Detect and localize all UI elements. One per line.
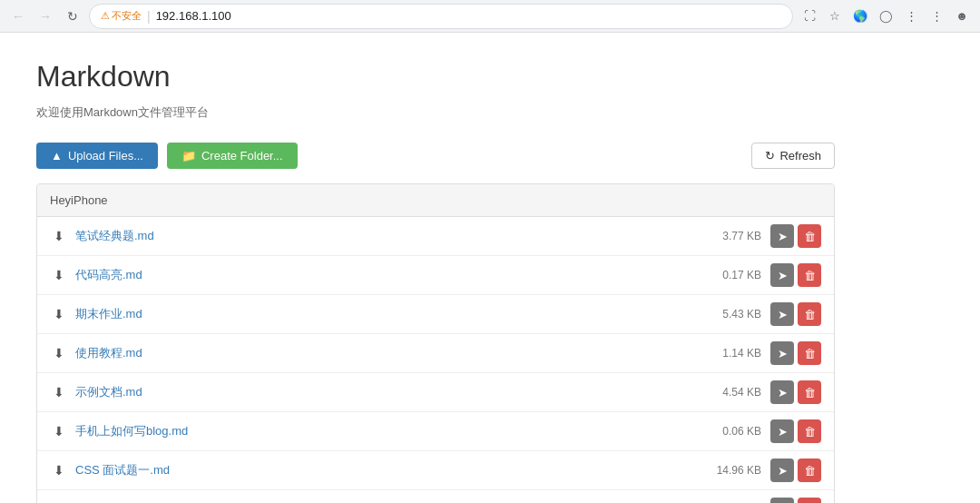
file-actions: ➤ 🗑 [770,459,821,482]
file-actions: ➤ 🗑 [770,380,821,404]
forward-button[interactable]: → [34,5,56,27]
reload-button[interactable]: ↻ [62,5,83,27]
folder-icon: 📁 [181,149,196,163]
delete-button[interactable]: 🗑 [798,498,821,503]
file-name[interactable]: 使用教程.md [75,345,689,361]
file-row: ⬇ 笔试经典题.md 3.77 KB ➤ 🗑 [37,217,834,256]
back-button[interactable]: ← [7,5,29,27]
download-icon: ⬇ [50,227,68,245]
move-button[interactable]: ➤ [770,380,794,404]
delete-button[interactable]: 🗑 [798,302,821,326]
page-content: Markdown 欢迎使用Markdown文件管理平台 ▲ Upload Fil… [0,33,871,503]
move-button[interactable]: ➤ [770,224,794,248]
star-button[interactable]: ☆ [824,5,846,27]
move-button[interactable]: ➤ [770,302,794,326]
file-name[interactable]: CSS 面试题一.md [75,462,689,478]
file-name[interactable]: 笔试经典题.md [75,228,689,244]
delete-button[interactable]: 🗑 [798,419,821,443]
file-size: 4.54 KB [689,386,761,399]
delete-button[interactable]: 🗑 [798,224,821,248]
share-button[interactable]: ⋮ [900,5,922,27]
toolbar-left: ▲ Upload Files... 📁 Create Folder... [36,143,298,169]
page-title: Markdown [36,60,835,94]
file-size: 5.43 KB [689,308,761,321]
file-actions: ➤ 🗑 [770,302,821,326]
file-actions: ➤ 🗑 [770,419,821,443]
menu-button[interactable]: ⋮ [926,5,947,27]
delete-button[interactable]: 🗑 [798,341,821,365]
file-size: 14.96 KB [689,464,761,477]
upload-files-button[interactable]: ▲ Upload Files... [36,143,158,169]
file-row: ⬇ CSS 面试题一.md 14.96 KB ➤ 🗑 [37,451,834,490]
move-button[interactable]: ➤ [770,263,794,287]
file-row: ⬇ 代码高亮.md 0.17 KB ➤ 🗑 [37,256,834,295]
security-warning: ⚠ 不安全 [101,9,142,23]
file-size: 3.77 KB [689,230,761,242]
toolbar: ▲ Upload Files... 📁 Create Folder... ↻ R… [36,143,835,169]
file-row: ⬇ 使用教程.md 1.14 KB ➤ 🗑 [37,334,834,373]
download-icon: ⬇ [50,383,68,401]
download-icon: ⬇ [50,422,68,440]
download-icon: ⬇ [50,461,68,479]
refresh-icon: ↻ [765,149,775,163]
warning-icon: ⚠ [101,10,110,22]
delete-button[interactable]: 🗑 [798,459,821,482]
move-button[interactable]: ➤ [770,498,794,503]
browser-actions: ⛶ ☆ 🌎 ◯ ⋮ ⋮ ☻ [799,5,973,27]
upload-icon: ▲ [51,149,63,163]
download-icon: ⬇ [50,266,68,284]
chrome-button[interactable]: ◯ [875,5,897,27]
file-row: ⬇ 手机上如何写blog.md 0.06 KB ➤ 🗑 [37,412,834,451]
address-bar[interactable]: ⚠ 不安全 | 192.168.1.100 [89,4,793,29]
delete-button[interactable]: 🗑 [798,263,821,287]
download-icon: ⬇ [50,305,68,323]
refresh-button[interactable]: ↻ Refresh [751,143,835,169]
screenshot-button[interactable]: ⛶ [799,5,820,27]
file-name[interactable]: 手机上如何写blog.md [75,423,689,439]
create-folder-button[interactable]: 📁 Create Folder... [167,143,298,169]
file-list: HeyiPhone ⬇ 笔试经典题.md 3.77 KB ➤ 🗑 ⬇ 代码高亮.… [36,183,835,503]
file-actions: ➤ 🗑 [770,224,821,248]
download-icon: ⬇ [50,344,68,362]
url-text: 192.168.1.100 [156,9,231,23]
move-button[interactable]: ➤ [770,341,794,365]
profile-button[interactable]: ☻ [951,5,973,27]
file-actions: ➤ 🗑 [770,498,821,503]
browser-chrome: ← → ↻ ⚠ 不安全 | 192.168.1.100 ⛶ ☆ 🌎 ◯ ⋮ ⋮ … [0,0,980,33]
file-row: ⬇ 期末作业.md 5.43 KB ➤ 🗑 [37,295,834,334]
file-size: 0.06 KB [689,425,761,438]
file-name[interactable]: 示例文档.md [75,384,689,400]
file-row: ⬇ download.md 0.72 KB ➤ 🗑 [37,490,834,503]
delete-button[interactable]: 🗑 [798,380,821,404]
folder-header: HeyiPhone [37,184,834,217]
file-name[interactable]: 期末作业.md [75,306,689,322]
file-size: 0.17 KB [689,269,761,281]
extensions-button[interactable]: 🌎 [849,5,871,27]
file-row: ⬇ 示例文档.md 4.54 KB ➤ 🗑 [37,373,834,412]
move-button[interactable]: ➤ [770,419,794,443]
file-actions: ➤ 🗑 [770,263,821,287]
security-label: 不安全 [112,9,142,23]
separator: | [147,9,151,24]
move-button[interactable]: ➤ [770,459,794,482]
file-name[interactable]: 代码高亮.md [75,267,689,283]
file-size: 1.14 KB [689,347,761,360]
file-actions: ➤ 🗑 [770,341,821,365]
page-subtitle: 欢迎使用Markdown文件管理平台 [36,104,835,121]
